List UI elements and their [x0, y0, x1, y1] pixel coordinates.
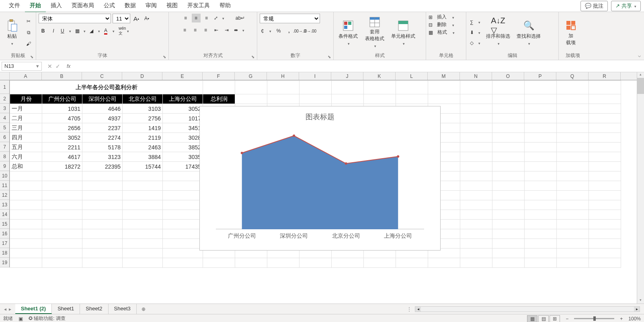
cell[interactable]: 3052: [42, 133, 82, 143]
cell[interactable]: 2237: [82, 123, 123, 133]
col-header-L[interactable]: L: [396, 72, 428, 80]
zoom-level[interactable]: 100%: [628, 316, 641, 322]
align-top-button[interactable]: ≡: [181, 14, 190, 22]
row-header-9[interactable]: 9: [0, 161, 9, 171]
underline-button[interactable]: U: [59, 26, 72, 35]
menu-文件[interactable]: 文件: [4, 0, 25, 12]
row-header-11[interactable]: 11: [0, 181, 9, 190]
increase-decimal-button[interactable]: .00→.0: [295, 26, 304, 35]
decrease-font-button[interactable]: A▾: [142, 14, 151, 23]
vertical-scrollbar[interactable]: ▴ ▾: [637, 72, 644, 304]
sheet-tab[interactable]: Sheet3: [109, 304, 137, 314]
autosum-button[interactable]: ∑: [469, 18, 482, 26]
cell[interactable]: 22395: [82, 162, 123, 171]
col-header-P[interactable]: P: [524, 72, 556, 80]
delete-cells-button[interactable]: ⊟ 删除: [429, 21, 454, 28]
collapse-ribbon-button[interactable]: ⌵: [638, 53, 641, 58]
zoom-slider[interactable]: [574, 318, 614, 319]
cell[interactable]: 5178: [82, 143, 123, 152]
cell[interactable]: 4937: [82, 114, 123, 123]
phonetic-button[interactable]: wén文: [117, 26, 130, 35]
share-button[interactable]: ↗ 共享: [611, 1, 641, 11]
cell[interactable]: 1017: [163, 114, 203, 123]
embedded-chart[interactable]: 图表标题 广州分公司深圳分公司北京分公司上海分公司: [199, 106, 441, 251]
tab-nav-prev[interactable]: ◂: [4, 306, 6, 312]
cell[interactable]: 3103: [123, 104, 163, 114]
cell[interactable]: 2656: [42, 123, 82, 133]
cell[interactable]: 18272: [42, 162, 82, 171]
cell[interactable]: 五月: [10, 143, 42, 152]
menu-帮助[interactable]: 帮助: [215, 0, 236, 12]
cell[interactable]: 六月: [10, 152, 42, 162]
cell-styles-button[interactable]: 单元格样式: [389, 16, 417, 49]
table-header[interactable]: 北京分公司: [123, 94, 163, 104]
fx-icon[interactable]: fx: [64, 63, 73, 69]
cell[interactable]: 4646: [82, 104, 123, 114]
accessibility-status[interactable]: ✪ 辅助功能: 调查: [29, 315, 66, 322]
cell[interactable]: 2756: [123, 114, 163, 123]
row-header-2[interactable]: 2: [0, 94, 9, 104]
col-header-D[interactable]: D: [122, 72, 162, 80]
row-header-5[interactable]: 5: [0, 123, 9, 132]
menu-页面布局[interactable]: 页面布局: [67, 0, 99, 12]
row-header-7[interactable]: 7: [0, 142, 9, 152]
menu-开始[interactable]: 开始: [25, 0, 46, 12]
cell[interactable]: 2274: [82, 133, 123, 143]
row-header-1[interactable]: 1: [0, 80, 9, 94]
cell[interactable]: 4705: [42, 114, 82, 123]
col-header-M[interactable]: M: [428, 72, 460, 80]
col-header-K[interactable]: K: [363, 72, 396, 80]
sheet-tab[interactable]: Sheet2: [80, 304, 108, 314]
menu-数据[interactable]: 数据: [120, 0, 141, 12]
italic-button[interactable]: I: [49, 26, 58, 35]
col-header-C[interactable]: C: [82, 72, 122, 80]
clear-button[interactable]: ◇: [469, 39, 482, 47]
font-color-button[interactable]: A: [103, 26, 116, 35]
horizontal-scrollbar[interactable]: ◂▸: [415, 306, 640, 312]
copy-button[interactable]: ⧉: [24, 28, 33, 37]
row-header-18[interactable]: 18: [0, 248, 9, 258]
table-header[interactable]: 深圳分公司: [82, 94, 123, 104]
col-header-I[interactable]: I: [299, 72, 331, 80]
menu-公式[interactable]: 公式: [99, 0, 120, 12]
align-center-button[interactable]: ≡: [191, 26, 200, 35]
cell[interactable]: 3052: [163, 104, 203, 114]
normal-view-button[interactable]: ▦: [527, 315, 537, 322]
cell[interactable]: 2211: [42, 143, 82, 152]
number-launcher[interactable]: ⬊: [328, 55, 331, 59]
font-name-select[interactable]: 宋体: [39, 14, 111, 23]
number-format-select[interactable]: 常规: [260, 14, 320, 23]
cell[interactable]: 4617: [42, 152, 82, 162]
col-header-F[interactable]: F: [203, 72, 235, 80]
new-sheet-button[interactable]: ⊕: [137, 305, 150, 314]
row-header-6[interactable]: 6: [0, 132, 9, 142]
cell[interactable]: 一月: [10, 104, 42, 114]
cell[interactable]: 1419: [123, 123, 163, 133]
insert-cells-button[interactable]: ⊞ 插入: [429, 14, 454, 20]
col-header-Q[interactable]: Q: [556, 72, 589, 80]
title-cell[interactable]: 上半年各分公司盈利分析: [10, 81, 203, 94]
clipboard-launcher[interactable]: ⬊: [30, 55, 33, 59]
zoom-out-button[interactable]: −: [566, 316, 568, 322]
menu-开发工具[interactable]: 开发工具: [183, 0, 215, 12]
format-painter-button[interactable]: 🖌: [24, 39, 33, 49]
row-header-3[interactable]: 3: [0, 104, 9, 113]
table-header[interactable]: 总利润: [203, 94, 235, 104]
col-header-H[interactable]: H: [267, 72, 299, 80]
menu-审阅[interactable]: 审阅: [141, 0, 162, 12]
sort-filter-button[interactable]: A↓Z ▽ 排序和筛选: [484, 16, 512, 49]
menu-插入[interactable]: 插入: [46, 0, 67, 12]
row-header-15[interactable]: 15: [0, 219, 9, 229]
merge-button[interactable]: ⬌: [233, 26, 246, 35]
table-header[interactable]: 上海分公司: [163, 94, 203, 104]
col-header-O[interactable]: O: [492, 72, 524, 80]
percent-button[interactable]: %: [274, 26, 283, 35]
comments-button[interactable]: 💬 批注: [580, 1, 608, 11]
row-header-10[interactable]: 10: [0, 171, 9, 181]
bold-button[interactable]: B: [39, 26, 47, 35]
col-header-A[interactable]: A: [10, 72, 42, 80]
conditional-format-button[interactable]: 条件格式: [336, 16, 360, 49]
table-header[interactable]: 月份: [10, 94, 42, 104]
row-header-4[interactable]: 4: [0, 113, 9, 123]
row-header-16[interactable]: 16: [0, 229, 9, 238]
